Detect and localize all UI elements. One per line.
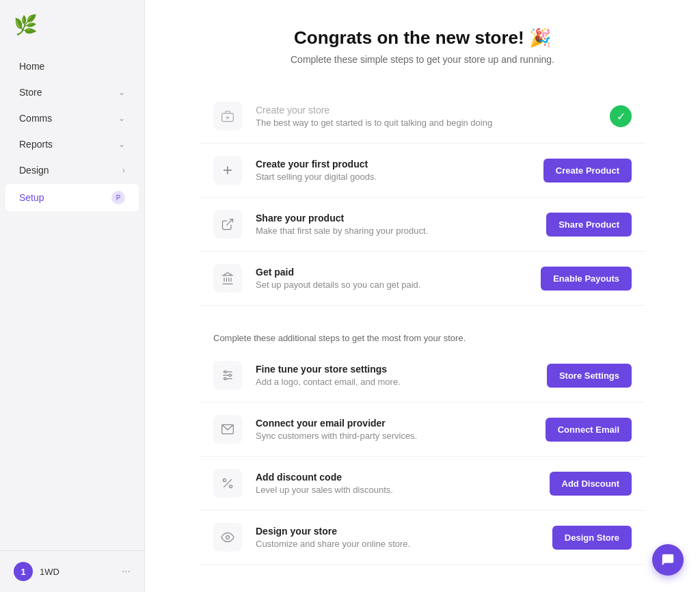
step-design-store-title: Design your store bbox=[256, 526, 539, 537]
chevron-right-icon: › bbox=[122, 165, 125, 175]
sidebar-item-store-label: Store bbox=[19, 87, 118, 98]
sidebar-nav: Home Store ⌄ Comms ⌄ Reports ⌄ Design › … bbox=[0, 47, 144, 550]
add-discount-button[interactable]: Add Discount bbox=[550, 472, 632, 496]
step-share-product: Share your product Make that first sale … bbox=[200, 198, 645, 252]
logo-area: 🌿 bbox=[0, 0, 144, 47]
svg-point-22 bbox=[226, 536, 230, 539]
step-icon-settings bbox=[213, 361, 242, 390]
enable-payouts-action: Enable Payouts bbox=[541, 267, 632, 291]
design-store-button[interactable]: Design Store bbox=[552, 526, 632, 550]
sidebar-item-home[interactable]: Home bbox=[5, 54, 139, 79]
store-settings-button[interactable]: Store Settings bbox=[547, 364, 632, 388]
step-get-paid-content: Get paid Set up payout details so you ca… bbox=[256, 267, 527, 290]
user-avatar: 1 bbox=[14, 562, 33, 581]
step-create-store-desc: The best way to get started is to quit t… bbox=[256, 118, 596, 128]
sidebar-item-home-label: Home bbox=[19, 61, 125, 72]
svg-point-16 bbox=[229, 374, 231, 376]
chevron-down-icon: ⌄ bbox=[118, 139, 125, 149]
step-get-paid-desc: Set up payout details so you can get pai… bbox=[256, 280, 527, 290]
step-get-paid: Get paid Set up payout details so you ca… bbox=[200, 252, 645, 306]
step-store-settings-desc: Add a logo, contact email, and more. bbox=[256, 377, 533, 387]
sidebar-item-setup[interactable]: Setup P bbox=[5, 184, 139, 211]
connect-email-button[interactable]: Connect Email bbox=[546, 418, 632, 442]
user-name-label: 1WD bbox=[40, 567, 115, 577]
sidebar-item-design-label: Design bbox=[19, 165, 122, 176]
share-product-button[interactable]: Share Product bbox=[546, 213, 632, 237]
app-logo-icon: 🌿 bbox=[14, 14, 38, 36]
sidebar-item-setup-label: Setup bbox=[19, 192, 111, 203]
setup-badge: P bbox=[111, 191, 125, 204]
svg-point-21 bbox=[230, 485, 232, 488]
step-create-product-content: Create your first product Start selling … bbox=[256, 159, 530, 182]
step-create-product-title: Create your first product bbox=[256, 159, 530, 170]
step-create-product-desc: Start selling your digital goods. bbox=[256, 172, 530, 182]
step-icon-store bbox=[213, 102, 242, 131]
sidebar-item-comms[interactable]: Comms ⌄ bbox=[5, 106, 139, 131]
step-connect-email-title: Connect your email provider bbox=[256, 418, 532, 429]
step-create-store-title: Create your store bbox=[256, 105, 596, 116]
main-content: Congrats on the new store! 🎉 Complete th… bbox=[145, 0, 700, 592]
store-settings-action: Store Settings bbox=[547, 364, 632, 388]
step-store-settings: Fine tune your store settings Add a logo… bbox=[200, 349, 645, 403]
step-get-paid-title: Get paid bbox=[256, 267, 527, 278]
create-product-action: Create Product bbox=[543, 159, 632, 183]
step-create-product: Create your first product Start selling … bbox=[200, 144, 645, 198]
step-create-store-content: Create your store The best way to get st… bbox=[256, 105, 596, 128]
chevron-down-icon: ⌄ bbox=[118, 113, 125, 123]
design-store-action: Design Store bbox=[552, 526, 632, 550]
step-design-store-desc: Customize and share your online store. bbox=[256, 539, 539, 549]
sidebar-item-reports-label: Reports bbox=[19, 139, 118, 150]
step-icon-email bbox=[213, 415, 242, 444]
additional-steps-section: Fine tune your store settings Add a logo… bbox=[200, 349, 645, 565]
step-icon-discount bbox=[213, 469, 242, 498]
step-add-discount-title: Add discount code bbox=[256, 472, 536, 483]
step-icon-bank bbox=[213, 264, 242, 293]
sidebar-footer: 1 1WD ··· bbox=[0, 550, 144, 592]
svg-line-5 bbox=[226, 219, 232, 226]
step-icon-plus bbox=[213, 156, 242, 185]
step-icon-share bbox=[213, 210, 242, 239]
chevron-down-icon: ⌄ bbox=[118, 88, 125, 97]
additional-steps-label: Complete these additional steps to get t… bbox=[200, 333, 645, 343]
page-subtitle: Complete these simple steps to get your … bbox=[200, 54, 645, 65]
sidebar-item-design[interactable]: Design › bbox=[5, 158, 139, 183]
add-discount-action: Add Discount bbox=[550, 472, 632, 496]
page-title: Congrats on the new store! 🎉 bbox=[200, 27, 645, 49]
step-connect-email-desc: Sync customers with third-party services… bbox=[256, 431, 532, 441]
primary-steps-section: Create your store The best way to get st… bbox=[200, 90, 645, 306]
step-store-settings-title: Fine tune your store settings bbox=[256, 364, 533, 375]
step-add-discount-content: Add discount code Level up your sales wi… bbox=[256, 472, 536, 495]
connect-email-action: Connect Email bbox=[546, 418, 632, 442]
step-create-store: Create your store The best way to get st… bbox=[200, 90, 645, 144]
step-connect-email: Connect your email provider Sync custome… bbox=[200, 403, 645, 457]
sidebar-item-comms-label: Comms bbox=[19, 113, 118, 124]
step-icon-design bbox=[213, 523, 242, 552]
sidebar: 🌿 Home Store ⌄ Comms ⌄ Reports ⌄ Design … bbox=[0, 0, 145, 592]
sidebar-item-store[interactable]: Store ⌄ bbox=[5, 80, 139, 105]
step-add-discount-desc: Level up your sales with discounts. bbox=[256, 485, 536, 495]
share-product-action: Share Product bbox=[546, 213, 632, 237]
step-design-store: Design your store Customize and share yo… bbox=[200, 511, 645, 565]
step-share-product-content: Share your product Make that first sale … bbox=[256, 213, 533, 236]
step-store-settings-content: Fine tune your store settings Add a logo… bbox=[256, 364, 533, 387]
svg-point-17 bbox=[224, 377, 226, 379]
step-share-product-desc: Make that first sale by sharing your pro… bbox=[256, 226, 533, 236]
step-connect-email-content: Connect your email provider Sync custome… bbox=[256, 418, 532, 441]
step-complete-checkmark: ✓ bbox=[610, 105, 632, 127]
svg-line-19 bbox=[224, 479, 232, 487]
enable-payouts-button[interactable]: Enable Payouts bbox=[541, 267, 632, 291]
svg-point-15 bbox=[224, 371, 226, 373]
step-share-product-title: Share your product bbox=[256, 213, 533, 224]
user-more-button[interactable]: ··· bbox=[122, 565, 131, 578]
svg-point-20 bbox=[223, 479, 226, 481]
svg-marker-11 bbox=[223, 273, 232, 275]
create-product-button[interactable]: Create Product bbox=[543, 159, 632, 183]
page-header: Congrats on the new store! 🎉 Complete th… bbox=[200, 27, 645, 65]
chat-support-button[interactable] bbox=[652, 544, 684, 576]
step-design-store-content: Design your store Customize and share yo… bbox=[256, 526, 539, 549]
step-add-discount: Add discount code Level up your sales wi… bbox=[200, 457, 645, 511]
sidebar-item-reports[interactable]: Reports ⌄ bbox=[5, 132, 139, 157]
